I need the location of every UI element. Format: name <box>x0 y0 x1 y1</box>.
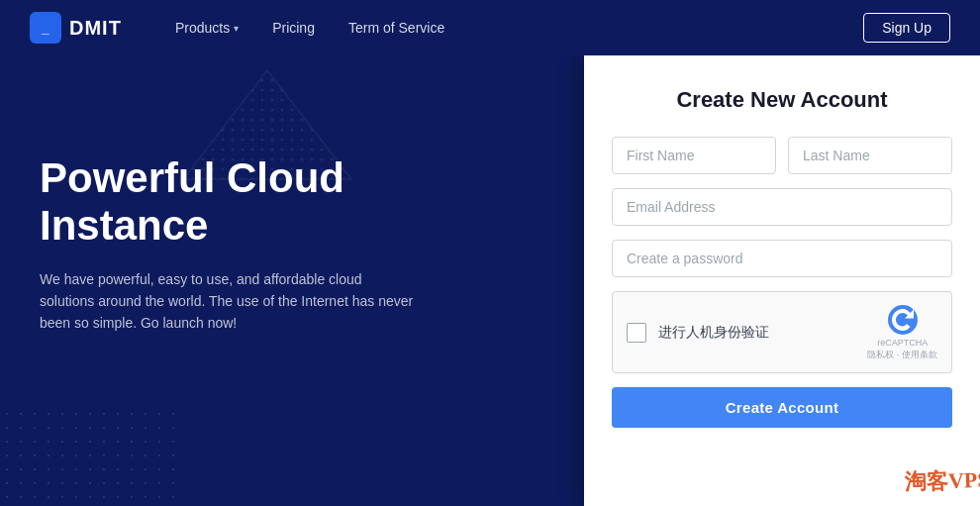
main-content: Powerful Cloud Instance We have powerful… <box>0 55 980 506</box>
recaptcha-label: 进行人机身份验证 <box>658 324 769 342</box>
recaptcha-box[interactable]: 进行人机身份验证 reCAPTCHA 隐私权 · 使用条款 <box>612 291 952 373</box>
deco-mountain <box>178 65 356 184</box>
signup-form-panel: Create New Account 进行人机身份验证 <box>584 55 980 506</box>
nav-pricing[interactable]: Pricing <box>258 12 329 44</box>
recaptcha-left: 进行人机身份验证 <box>627 323 769 343</box>
navbar-right: Sign Up <box>863 13 950 43</box>
brand: _ DMIT <box>30 12 122 44</box>
chevron-down-icon: ▾ <box>234 23 239 34</box>
nav-products[interactable]: Products ▾ <box>161 12 252 44</box>
nav-tos[interactable]: Term of Service <box>335 12 458 44</box>
password-input[interactable] <box>612 240 952 277</box>
first-name-input[interactable] <box>612 137 776 174</box>
hero-description: We have powerful, easy to use, and affor… <box>40 268 416 335</box>
password-group <box>612 240 952 277</box>
nav-links: Products ▾ Pricing Term of Service <box>161 12 863 44</box>
brand-name: DMIT <box>69 17 122 40</box>
recaptcha-logo-icon <box>887 304 919 336</box>
recaptcha-brand-text: reCAPTCHA 隐私权 · 使用条款 <box>867 338 937 360</box>
create-account-button[interactable]: Create Account <box>612 387 952 428</box>
email-group <box>612 188 952 226</box>
email-input[interactable] <box>612 188 952 226</box>
name-row <box>612 137 952 174</box>
recaptcha-checkbox[interactable] <box>627 323 646 343</box>
svg-rect-3 <box>178 65 356 184</box>
form-title: Create New Account <box>612 87 952 113</box>
navbar: _ DMIT Products ▾ Pricing Term of Servic… <box>0 0 980 55</box>
brand-icon: _ <box>30 12 61 44</box>
signup-button[interactable]: Sign Up <box>863 13 950 43</box>
last-name-input[interactable] <box>788 137 952 174</box>
deco-dots <box>0 407 178 506</box>
hero-section: Powerful Cloud Instance We have powerful… <box>0 55 584 506</box>
recaptcha-right: reCAPTCHA 隐私权 · 使用条款 <box>867 304 937 360</box>
